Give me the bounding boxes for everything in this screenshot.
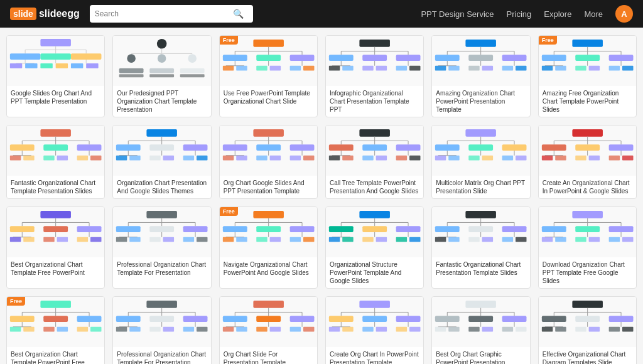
template-card[interactable]: Best Org Chart Graphic PowerPoint Presen… [431, 296, 530, 364]
svg-rect-8 [71, 53, 102, 60]
svg-rect-380 [256, 316, 281, 322]
template-card[interactable]: Create Org Chart In PowerPoint Presentat… [325, 296, 424, 364]
nav-pricing[interactable]: Pricing [507, 9, 532, 19]
svg-rect-77 [502, 55, 527, 61]
template-card[interactable]: Fantastic Organizational Chart Presentat… [431, 206, 530, 289]
svg-point-24 [188, 54, 197, 63]
svg-rect-305 [502, 226, 527, 232]
svg-rect-448 [622, 327, 633, 332]
svg-rect-214 [555, 156, 566, 161]
card-thumbnail: Free [220, 207, 317, 257]
svg-rect-292 [362, 237, 373, 242]
card-title: Create An Organizational Chart In PowerP… [539, 176, 636, 198]
svg-rect-201 [516, 156, 526, 161]
template-card[interactable]: Organization Chart Presentation And Goog… [112, 125, 211, 199]
svg-rect-153 [289, 144, 314, 151]
card-title: Org Chart Slide For Presentation Templat… [220, 347, 317, 364]
card-title: Amazing Organization Chart PowerPoint Pr… [432, 86, 529, 117]
search-input[interactable] [95, 9, 233, 18]
template-card[interactable]: Effective Organizational Chart Diagram T… [538, 296, 637, 364]
svg-rect-425 [469, 327, 480, 332]
svg-rect-252 [130, 237, 141, 242]
svg-rect-103 [588, 66, 599, 71]
svg-rect-360 [116, 316, 141, 322]
template-card[interactable]: Download Organization Chart PPT Template… [538, 206, 637, 289]
card-title: Fantastic Organizational Chart Template … [7, 176, 104, 198]
template-card[interactable]: Free Use Free PowerPoint Template Organi… [219, 35, 318, 117]
svg-rect-273 [256, 237, 267, 242]
template-card[interactable]: Professional Organization Chart Template… [112, 206, 211, 289]
svg-rect-238 [77, 237, 88, 242]
template-card[interactable]: Google Slides Org Chart And PPT Template… [6, 35, 105, 117]
card-thumbnail [326, 207, 423, 257]
svg-rect-304 [469, 226, 494, 232]
svg-rect-28 [119, 74, 144, 77]
template-card[interactable]: Org Chart Slide For Presentation Templat… [219, 296, 318, 364]
svg-rect-219 [608, 156, 619, 161]
template-card[interactable]: Fantastic Organizational Chart Template … [6, 125, 105, 199]
template-card[interactable]: Infographic Organizational Chart Present… [325, 35, 424, 117]
logo-text: slideegg [39, 8, 80, 19]
svg-rect-388 [269, 327, 280, 332]
svg-rect-42 [223, 66, 234, 71]
svg-rect-365 [116, 327, 127, 332]
svg-rect-373 [253, 301, 284, 308]
svg-rect-419 [502, 316, 527, 322]
svg-rect-38 [256, 55, 281, 61]
template-card[interactable]: Multicolor Matrix Org Chart PPT Presenta… [431, 125, 530, 199]
svg-rect-140 [150, 156, 161, 161]
svg-rect-164 [359, 129, 390, 137]
card-title: Professional Organization Chart Template… [113, 257, 210, 280]
search-bar[interactable]: 🔍 [90, 5, 253, 23]
card-thumbnail [220, 126, 317, 176]
svg-rect-220 [622, 156, 633, 161]
svg-rect-236 [57, 237, 68, 242]
svg-rect-284 [329, 226, 354, 232]
card-title: Infographic Organizational Chart Present… [326, 86, 423, 117]
template-card[interactable]: Our Predesigned PPT Organization Chart T… [112, 35, 211, 117]
template-card[interactable]: Free Best Organization Chart Template Po… [6, 296, 105, 364]
svg-rect-442 [555, 327, 566, 332]
svg-rect-428 [502, 327, 513, 332]
svg-rect-286 [396, 226, 421, 232]
svg-rect-276 [289, 237, 300, 242]
card-title: Organizational Structure PowerPoint Temp… [326, 257, 423, 288]
template-card[interactable]: Free Amazing Free Organization Chart Tem… [538, 35, 637, 117]
svg-rect-447 [608, 327, 619, 332]
card-thumbnail [7, 36, 104, 86]
header: slide slideegg 🔍 PPT Design Service Pric… [0, 0, 643, 28]
svg-rect-333 [608, 237, 619, 242]
svg-rect-366 [130, 327, 141, 332]
template-card[interactable]: Free Navigate Organizational Chart Power… [219, 206, 318, 289]
nav-more[interactable]: More [584, 9, 603, 19]
card-title: Org Chart Google Slides And PPT Presenta… [220, 176, 317, 198]
search-icon: 🔍 [233, 9, 244, 19]
svg-rect-330 [575, 237, 586, 242]
template-card[interactable]: Create An Organizational Chart In PowerP… [538, 125, 637, 199]
template-card[interactable]: Org Chart Google Slides And PPT Presenta… [219, 125, 318, 199]
avatar[interactable]: A [615, 5, 633, 23]
card-thumbnail: Free [7, 297, 104, 347]
svg-rect-125 [90, 156, 101, 161]
svg-rect-341 [10, 316, 35, 322]
svg-rect-43 [236, 66, 247, 71]
card-thumbnail [539, 126, 636, 176]
template-card[interactable]: Call Tree Template PowerPoint Presentati… [325, 125, 424, 199]
template-card[interactable]: Best Organizational Chart Template Free … [6, 206, 105, 289]
nav-ppt-design[interactable]: PPT Design Service [421, 9, 494, 19]
svg-rect-271 [236, 237, 247, 242]
template-card[interactable]: Amazing Organization Chart PowerPoint Pr… [431, 35, 530, 117]
svg-rect-228 [43, 226, 68, 232]
card-thumbnail [220, 297, 317, 347]
svg-rect-87 [516, 66, 526, 71]
card-title: Call Tree Template PowerPoint Presentati… [326, 176, 423, 198]
svg-rect-115 [77, 144, 102, 151]
logo[interactable]: slide slideegg [10, 8, 80, 20]
template-card[interactable]: Professional Organization Chart Template… [112, 296, 211, 364]
svg-rect-418 [469, 316, 494, 322]
svg-rect-182 [409, 156, 420, 161]
template-card[interactable]: Organizational Structure PowerPoint Temp… [325, 206, 424, 289]
svg-rect-119 [23, 156, 34, 161]
svg-rect-303 [435, 226, 460, 232]
nav-explore[interactable]: Explore [544, 9, 571, 19]
